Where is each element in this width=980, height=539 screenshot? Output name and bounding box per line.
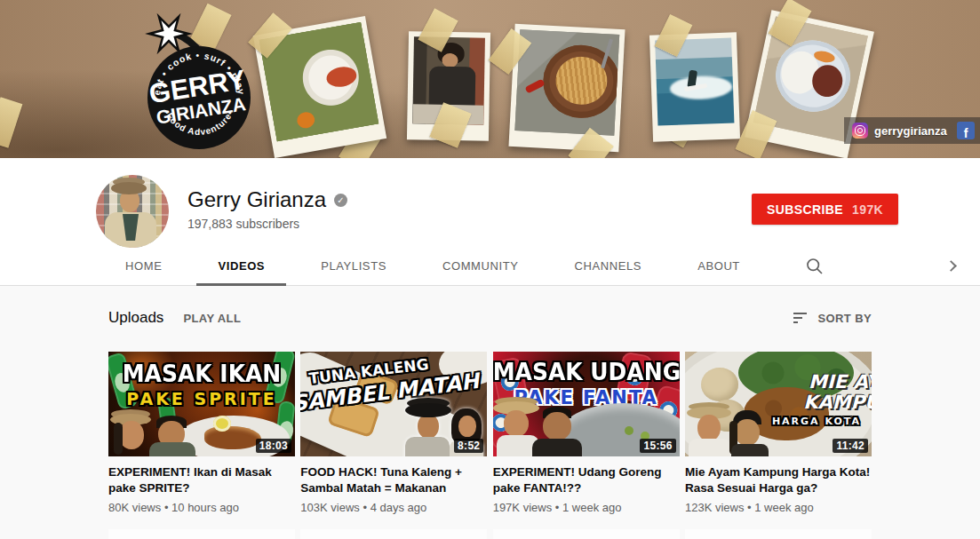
video-card-2[interactable]: TUNA KALENG SAMBEL MATAH 8:52 FOOD HACK!… <box>300 352 487 514</box>
video-duration-badge: 11:42 <box>833 439 868 453</box>
thumbnail-person <box>147 416 194 456</box>
subscribe-count: 197K <box>852 202 883 217</box>
channel-search-button[interactable] <box>785 247 845 285</box>
video-thumbnail-3[interactable]: MASAK UDANG PAKE FANTA 15:56 <box>493 352 680 456</box>
channel-tabs: HOME VIDEOS PLAYLISTS COMMUNITY CHANNELS… <box>0 247 980 286</box>
channel-header: Gerry Girianza ✓ 197,883 subscribers SUB… <box>0 158 980 286</box>
thumbnail-person <box>532 407 582 456</box>
video-card-3[interactable]: MASAK UDANG PAKE FANTA 15:56 EXPERIMENT!… <box>493 352 680 514</box>
video-meta: 123K views • 1 week ago <box>685 501 872 514</box>
thumbnail-text: MIE AYAM <box>731 371 872 392</box>
video-title[interactable]: EXPERIMENT! Ikan di Masak pake SPRITE? <box>108 464 295 496</box>
video-card-1[interactable]: MASAK IKAN PAKE SPRITE 18:03 EXPERIMENT!… <box>108 352 295 514</box>
video-meta: 80K views • 10 hours ago <box>108 501 295 514</box>
channel-banner[interactable]: eat • cook • surf • play GERRY GIRIANZA … <box>0 0 980 158</box>
next-video-row-peek <box>108 529 872 539</box>
channel-name: Gerry Girianza <box>187 187 326 212</box>
video-meta: 197K views • 1 week ago <box>493 501 680 514</box>
subscriber-count: 197,883 subscribers <box>187 217 299 231</box>
video-duration-badge: 18:03 <box>256 439 291 453</box>
video-thumbnail-2[interactable]: TUNA KALENG SAMBEL MATAH 8:52 <box>300 352 487 456</box>
youtube-channel-page: eat • cook • surf • play GERRY GIRIANZA … <box>0 0 980 539</box>
play-all-button[interactable]: PLAY ALL <box>183 312 241 325</box>
video-thumbnail-partial[interactable] <box>493 529 680 539</box>
tab-about[interactable]: ABOUT <box>676 247 761 285</box>
tab-community[interactable]: COMMUNITY <box>421 247 540 285</box>
channel-avatar[interactable] <box>96 175 169 248</box>
video-grid: MASAK IKAN PAKE SPRITE 18:03 EXPERIMENT!… <box>108 352 872 514</box>
explosion-starburst <box>149 17 188 51</box>
sort-icon <box>793 313 807 323</box>
video-duration-badge: 8:52 <box>454 439 483 453</box>
subscribe-button[interactable]: SUBSCRIBE 197K <box>752 194 898 225</box>
tab-playlists[interactable]: PLAYLISTS <box>299 247 408 285</box>
thumbnail-text: PAKE SPRITE <box>108 389 295 408</box>
subscribe-label: SUBSCRIBE <box>767 202 843 217</box>
sort-by-label: SORT BY <box>817 312 872 325</box>
thumbnail-text: MASAK IKAN <box>108 360 295 387</box>
thumbnail-person <box>110 408 151 456</box>
video-thumbnail-partial[interactable] <box>108 529 295 539</box>
video-duration-badge: 15:56 <box>640 439 675 453</box>
video-thumbnail-partial[interactable] <box>300 529 487 539</box>
video-card-4[interactable]: MIE AYAM KAMPUNG HARGA KOTA 11:42 Mie Ay… <box>685 352 872 514</box>
facebook-icon[interactable]: f <box>957 122 975 139</box>
thumbnail-text: MASAK UDANG <box>493 358 680 385</box>
thumbnail-person <box>726 410 770 456</box>
video-title[interactable]: Mie Ayam Kampung Harga Kota! Rasa Sesuai… <box>685 464 872 496</box>
channel-name-row: Gerry Girianza ✓ <box>187 187 347 212</box>
videos-content: Uploads PLAY ALL SORT BY MASAK IKAN PAKE… <box>0 286 980 539</box>
uploads-header-row: Uploads PLAY ALL SORT BY <box>108 309 872 327</box>
instagram-icon[interactable] <box>852 123 868 139</box>
video-thumbnail-partial[interactable] <box>685 529 872 539</box>
video-meta: 103K views • 4 days ago <box>300 501 487 514</box>
instagram-handle[interactable]: gerrygirianza <box>874 124 957 138</box>
tab-videos[interactable]: VIDEOS <box>196 247 286 285</box>
video-thumbnail-1[interactable]: MASAK IKAN PAKE SPRITE 18:03 <box>108 352 295 456</box>
video-title[interactable]: EXPERIMENT! Udang Goreng pake FANTA!?? <box>493 464 680 496</box>
thumbnail-text: HARGA KOTA <box>756 416 872 427</box>
banner-social-links: gerrygirianza f <box>844 117 980 144</box>
search-icon <box>806 258 824 275</box>
sort-by-button[interactable]: SORT BY <box>793 312 872 325</box>
tab-home[interactable]: HOME <box>104 247 183 285</box>
tab-channels[interactable]: CHANNELS <box>554 247 664 285</box>
verified-badge-icon: ✓ <box>334 194 347 207</box>
chevron-right-icon <box>945 260 957 272</box>
video-thumbnail-4[interactable]: MIE AYAM KAMPUNG HARGA KOTA 11:42 <box>685 352 872 456</box>
channel-logo: eat • cook • surf • play GERRY GIRIANZA … <box>126 7 268 156</box>
tabs-overflow-button[interactable] <box>938 247 964 285</box>
uploads-title: Uploads <box>108 309 163 327</box>
thumbnail-person <box>687 407 731 456</box>
video-title[interactable]: FOOD HACK! Tuna Kaleng + Sambal Matah = … <box>300 464 487 496</box>
